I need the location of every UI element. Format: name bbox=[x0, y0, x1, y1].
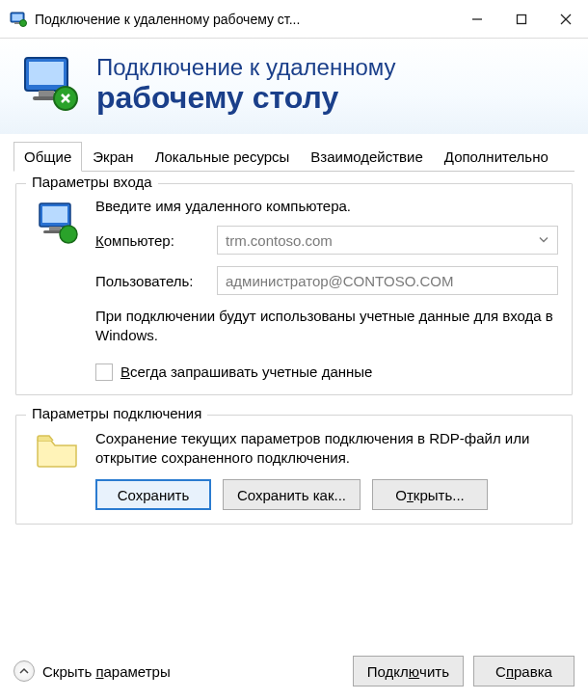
rdp-large-icon bbox=[19, 52, 81, 117]
collapse-label: Скрыть параметры bbox=[42, 663, 171, 680]
tab-display[interactable]: Экран bbox=[82, 142, 144, 172]
rdp-icon bbox=[10, 11, 27, 28]
chevron-up-icon bbox=[13, 660, 35, 682]
window-title: Подключение к удаленному рабочему ст... bbox=[35, 12, 455, 27]
banner-line1: Подключение к удаленному bbox=[96, 54, 396, 81]
save-as-button[interactable]: Сохранить как... bbox=[223, 479, 361, 510]
maximize-button[interactable] bbox=[499, 0, 544, 39]
svg-rect-1 bbox=[13, 13, 23, 20]
connection-text: Сохранение текущих параметров подключени… bbox=[95, 429, 558, 469]
computer-combo[interactable]: trm.contoso.com bbox=[217, 226, 558, 255]
svg-rect-15 bbox=[49, 227, 61, 230]
svg-rect-9 bbox=[29, 62, 64, 85]
user-label: Пользователь: bbox=[95, 273, 209, 289]
banner: Подключение к удаленному рабочему столу bbox=[0, 39, 588, 134]
chevron-down-icon bbox=[538, 232, 549, 249]
group-login-legend: Параметры входа bbox=[26, 174, 158, 190]
save-button[interactable]: Сохранить bbox=[95, 479, 211, 510]
group-login: Параметры входа Введите имя удаленного к… bbox=[15, 183, 573, 395]
always-ask-label: Всегда запрашивать учетные данные bbox=[120, 363, 372, 380]
close-button[interactable] bbox=[544, 0, 588, 39]
tab-panel-general: Параметры входа Введите имя удаленного к… bbox=[0, 172, 588, 553]
svg-rect-14 bbox=[42, 206, 67, 223]
titlebar: Подключение к удаленному рабочему ст... bbox=[0, 0, 588, 39]
tab-general[interactable]: Общие bbox=[13, 142, 82, 172]
credentials-note: При подключении будут использованы учетн… bbox=[95, 307, 558, 346]
group-connection: Параметры подключения Сохранение текущих… bbox=[15, 415, 573, 525]
collapse-options[interactable]: Скрыть параметры bbox=[13, 660, 353, 682]
computer-label: Компьютер: bbox=[95, 232, 209, 249]
always-ask-checkbox[interactable] bbox=[95, 363, 113, 381]
user-field[interactable]: администратор@CONTOSO.COM bbox=[217, 266, 558, 295]
computer-icon bbox=[30, 198, 84, 381]
svg-point-17 bbox=[60, 226, 77, 243]
tab-experience[interactable]: Взаимодействие bbox=[300, 142, 433, 172]
connect-button[interactable]: Подключить bbox=[353, 656, 464, 687]
svg-rect-5 bbox=[518, 14, 526, 23]
minimize-button[interactable] bbox=[455, 0, 499, 39]
tab-advanced[interactable]: Дополнительно bbox=[434, 142, 559, 172]
banner-line2: рабочему столу bbox=[96, 81, 396, 115]
login-intro: Введите имя удаленного компьютера. bbox=[95, 198, 558, 214]
group-connection-legend: Параметры подключения bbox=[26, 405, 207, 421]
tab-local-resources[interactable]: Локальные ресурсы bbox=[145, 142, 301, 172]
help-button[interactable]: Справка bbox=[473, 656, 575, 687]
svg-point-3 bbox=[20, 19, 27, 26]
svg-rect-10 bbox=[39, 91, 54, 96]
user-value: администратор@CONTOSO.COM bbox=[226, 273, 454, 289]
open-button[interactable]: Открыть... bbox=[372, 479, 488, 510]
tab-bar: Общие Экран Локальные ресурсы Взаимодейс… bbox=[0, 134, 588, 172]
computer-value: trm.contoso.com bbox=[226, 232, 333, 249]
folder-icon bbox=[30, 429, 84, 511]
footer: Скрыть параметры Подключить Справка bbox=[0, 646, 588, 700]
